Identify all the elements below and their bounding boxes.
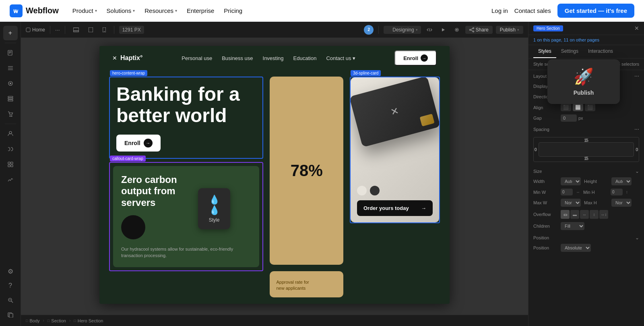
contact-sales-button[interactable]: Contact sales xyxy=(514,7,551,14)
rp-position-select[interactable]: Absolute Relative Fixed Static xyxy=(561,244,591,252)
callout-card-wrap: callout-card-wrap Zero carbonoutput from… xyxy=(109,162,263,271)
sidebar-layers-icon[interactable] xyxy=(3,61,18,75)
rp-children-select[interactable]: Fill Hug Fixed xyxy=(561,222,584,230)
nav-product-label: Product xyxy=(72,7,93,14)
toolbar-play-icon[interactable] xyxy=(438,25,448,35)
callout-card: Zero carbonoutput fromservers Our hydrac… xyxy=(113,166,259,267)
nav-resources[interactable]: Resources ▾ xyxy=(140,5,181,17)
hero-enroll-button[interactable]: Enroll → xyxy=(116,135,161,152)
toolbar-publish-button[interactable]: Publish ▾ xyxy=(496,26,523,34)
hero-title: Banking for abetter world xyxy=(116,84,256,127)
rp-size-header: Size ⌄ xyxy=(528,165,644,176)
rp-align-center[interactable]: ⬜ xyxy=(573,104,583,111)
rp-overflow-hidden[interactable]: ▬ xyxy=(570,210,579,219)
rp-padding-top[interactable]: 0 xyxy=(585,138,588,143)
rp-tab-styles[interactable]: Styles xyxy=(533,45,556,58)
rp-width-select[interactable]: Auto px % xyxy=(561,177,581,185)
rp-overflow-visible[interactable]: ▭ xyxy=(561,210,570,219)
site-nav-business[interactable]: Business use xyxy=(222,55,253,61)
rp-gap-input[interactable] xyxy=(561,114,577,122)
get-started-button[interactable]: Get started — it's free xyxy=(557,4,634,18)
rp-align-label: Align xyxy=(533,105,557,110)
breadcrumb-body[interactable]: □ Body xyxy=(26,318,40,323)
order-button[interactable]: Order yours today → xyxy=(357,200,433,216)
sidebar-analytics-icon[interactable] xyxy=(3,172,18,187)
rp-minw-input[interactable] xyxy=(561,189,573,195)
color-option-dark[interactable] xyxy=(370,186,380,195)
rp-overflow-auto[interactable]: ↔↕ xyxy=(599,210,608,219)
credit-card-3d: ✕ xyxy=(351,77,439,147)
rp-padding-left[interactable]: 0 xyxy=(535,147,537,152)
canvas-background: ✕ Haptix° Personal use Business use Inve… xyxy=(21,38,528,326)
rp-align-end[interactable]: ⬛ xyxy=(585,104,595,111)
sidebar-zoom-out-icon[interactable] xyxy=(3,293,18,307)
rp-gap-unit: px xyxy=(578,116,583,120)
toolbar-layout-tablet[interactable] xyxy=(85,26,96,34)
nav-pricing[interactable]: Pricing xyxy=(220,5,246,17)
color-option-light[interactable] xyxy=(357,186,367,195)
site-nav-investing[interactable]: Investing xyxy=(263,55,284,61)
nav-solutions[interactable]: Solutions ▾ xyxy=(103,5,139,17)
rp-padding-bottom[interactable]: 15 xyxy=(584,156,588,161)
rp-gap-label: Gap xyxy=(533,116,557,120)
toolbar-mode-selector[interactable]: Designing ▾ xyxy=(384,26,421,34)
rp-overflow-scroll-v[interactable]: ↕ xyxy=(590,210,599,219)
toolbar-layout-mobile[interactable] xyxy=(99,26,109,34)
rp-size-expand[interactable]: ⌄ xyxy=(635,168,639,174)
site-logo: ✕ Haptix° xyxy=(112,54,142,62)
rp-minh-input[interactable] xyxy=(611,189,623,195)
rp-overflow-row: Overflow ▭ ▬ ↔ ↕ ↔↕ xyxy=(528,208,644,220)
sidebar-users-icon[interactable] xyxy=(3,127,18,141)
rp-overflow-scroll-h[interactable]: ↔ xyxy=(580,210,589,219)
toolbar-code-icon[interactable] xyxy=(424,25,435,35)
rp-minw-unit: ↔ xyxy=(576,190,580,194)
sidebar-apps-icon[interactable] xyxy=(3,157,18,172)
rp-children-row: Children Fill Hug Fixed xyxy=(528,220,644,232)
nav-product[interactable]: Product ▾ xyxy=(68,5,101,17)
sidebar-logic-icon[interactable] xyxy=(3,142,18,156)
sidebar-add-icon[interactable]: + xyxy=(3,26,18,40)
sidebar-assets-icon[interactable] xyxy=(3,76,18,91)
rp-layout-expand[interactable]: ⋯ xyxy=(634,73,639,79)
sidebar-pages-icon[interactable] xyxy=(3,46,18,60)
svg-rect-18 xyxy=(11,165,13,167)
site-preview: ✕ Haptix° Personal use Business use Inve… xyxy=(99,46,450,304)
nav-enterprise[interactable]: Enterprise xyxy=(183,5,218,17)
rp-maxw-select[interactable]: None px xyxy=(561,199,581,207)
nav-solutions-label: Solutions xyxy=(107,7,132,14)
rp-spacing-expand[interactable]: ⋯ xyxy=(634,127,639,132)
site-enroll-button[interactable]: Enroll → xyxy=(394,50,437,66)
svg-rect-24 xyxy=(26,28,30,32)
sidebar-cms-icon[interactable] xyxy=(3,91,18,106)
rp-align-start[interactable]: ⬛ xyxy=(561,104,571,111)
toolbar-preview-icon[interactable] xyxy=(452,25,462,35)
callout-description: Our hydracool systems allow for sustaina… xyxy=(121,246,251,259)
rp-close-button[interactable]: ✕ xyxy=(634,25,639,31)
sidebar-settings-icon[interactable]: ⚙ xyxy=(3,264,18,278)
rp-tab-interactions[interactable]: Interactions xyxy=(583,45,618,58)
hero-content-wrap-label: hero-content-wrap xyxy=(110,70,147,76)
breadcrumb-hero-section[interactable]: □ Hero Section xyxy=(74,318,103,323)
rp-tabs: Styles Settings Interactions xyxy=(528,45,644,58)
site-nav-education[interactable]: Education xyxy=(293,55,317,61)
login-button[interactable]: Log in xyxy=(491,7,508,14)
sidebar-ecommerce-icon[interactable] xyxy=(3,107,18,121)
rp-position-expand[interactable]: ⌄ xyxy=(635,235,639,241)
rp-height-select[interactable]: Auto px % xyxy=(611,177,632,185)
svg-marker-31 xyxy=(442,28,445,31)
toolbar-layout-desktop[interactable] xyxy=(70,26,82,34)
site-nav-personal[interactable]: Personal use xyxy=(182,55,212,61)
site-nav-contact[interactable]: Contact us ▾ xyxy=(326,55,355,61)
rp-instance-link[interactable]: 1 on this page, 11 on other pages xyxy=(533,37,599,42)
breadcrumb-section-icon: □ xyxy=(47,319,50,323)
rp-size-title: Size xyxy=(533,169,542,174)
rp-padding-right[interactable]: 0 xyxy=(636,147,638,152)
sidebar-pages-bottom-icon[interactable] xyxy=(3,307,18,322)
webflow-logo[interactable]: Webflow xyxy=(10,4,59,17)
sidebar-help-icon[interactable]: ? xyxy=(3,278,18,293)
breadcrumb-section[interactable]: □ Section xyxy=(47,318,66,323)
toolbar-more-button[interactable]: ··· xyxy=(55,27,60,33)
rp-tab-settings[interactable]: Settings xyxy=(556,45,583,58)
rp-maxh-select[interactable]: None px xyxy=(611,199,632,207)
toolbar-share-button[interactable]: Share xyxy=(465,26,493,34)
